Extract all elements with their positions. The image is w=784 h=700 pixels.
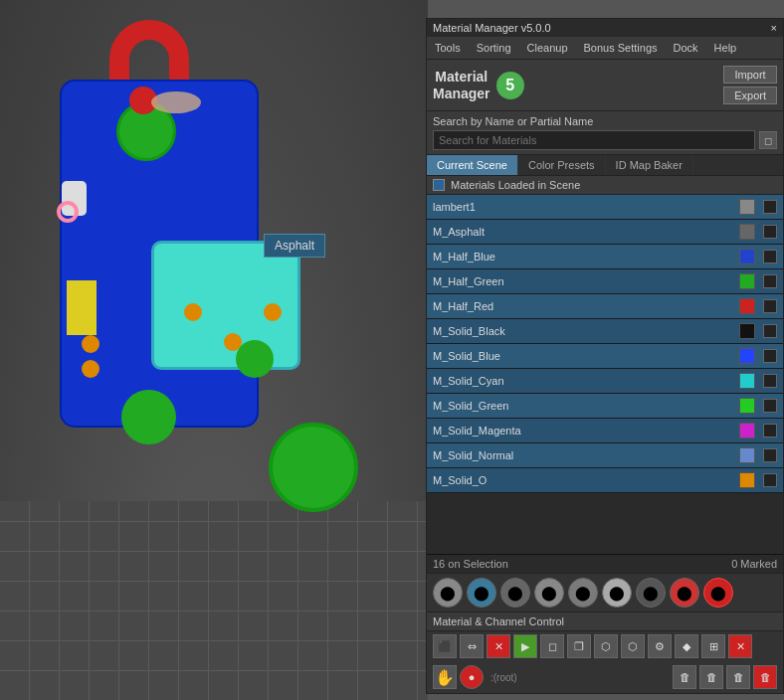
scene-label-text: Materials Loaded in Scene bbox=[451, 179, 580, 191]
selection-count: 16 on Selection bbox=[433, 558, 508, 570]
material-row[interactable]: M_Solid_Black bbox=[427, 319, 783, 344]
tool-sphere-6[interactable]: ⬤ bbox=[602, 578, 632, 608]
viewport: Asphalt bbox=[0, 0, 428, 700]
root-text: :(root) bbox=[490, 672, 517, 683]
tool-row-3: ✋ ● :(root) 🗑 🗑 🗑 🗑 bbox=[427, 661, 783, 693]
tool-cylinder[interactable]: ⬡ bbox=[594, 634, 618, 658]
tool-close-red[interactable]: ✕ bbox=[728, 634, 752, 658]
material-name: M_Solid_Cyan bbox=[433, 375, 739, 387]
material-row[interactable]: M_Half_Green bbox=[427, 269, 783, 294]
tab-color-presets[interactable]: Color Presets bbox=[518, 155, 606, 175]
material-swatch bbox=[739, 447, 755, 463]
material-swatch bbox=[739, 249, 755, 264]
tool-hand[interactable]: ✋ bbox=[433, 665, 457, 689]
material-checkbox[interactable] bbox=[763, 250, 777, 263]
material-checkbox[interactable] bbox=[763, 299, 777, 313]
materials-list[interactable]: lambert1M_AsphaltM_Half_BlueM_Half_Green… bbox=[427, 195, 783, 554]
material-row[interactable]: M_Half_Red bbox=[427, 294, 783, 319]
tool-sphere-red[interactable]: ⬤ bbox=[703, 578, 733, 608]
material-swatch bbox=[739, 323, 755, 339]
device-screen bbox=[151, 241, 300, 370]
tool-sphere-3[interactable]: ⬤ bbox=[500, 578, 530, 608]
material-checkbox[interactable] bbox=[763, 473, 777, 487]
material-checkbox[interactable] bbox=[763, 349, 777, 363]
material-row[interactable]: M_Solid_Normal bbox=[427, 443, 783, 468]
tool-cube[interactable]: ⬛ bbox=[433, 634, 457, 658]
tool-sphere-5[interactable]: ⬤ bbox=[568, 578, 598, 608]
tool-links[interactable]: ⇔ bbox=[460, 634, 484, 658]
small-orange-1 bbox=[82, 335, 99, 353]
tool-gear[interactable]: ⚙ bbox=[648, 634, 672, 658]
menu-dock[interactable]: Dock bbox=[672, 41, 700, 55]
tool-grid[interactable]: ⊞ bbox=[701, 634, 725, 658]
floor-grid bbox=[0, 501, 428, 700]
tool-sphere-2[interactable]: ⬤ bbox=[467, 578, 496, 608]
orange-dot-3 bbox=[264, 303, 282, 321]
tab-id-map-baker[interactable]: ID Map Baker bbox=[606, 155, 693, 175]
asphalt-popup: Asphalt bbox=[264, 234, 325, 258]
material-row[interactable]: M_Solid_Green bbox=[427, 394, 783, 419]
logo-area: Material Manager 5 bbox=[433, 69, 524, 102]
material-name: M_Solid_Green bbox=[433, 400, 739, 412]
menu-sorting[interactable]: Sorting bbox=[475, 41, 513, 55]
tool-row-1: ⬤ ⬤ ⬤ ⬤ ⬤ ⬤ ⬤ ⬤ ⬤ bbox=[427, 573, 783, 612]
green-circle-large bbox=[269, 423, 358, 512]
menu-bonus-settings[interactable]: Bonus Settings bbox=[582, 41, 660, 55]
tool-record[interactable]: ● bbox=[460, 665, 484, 689]
channel-control-label: Material & Channel Control bbox=[427, 612, 783, 631]
menu-help[interactable]: Help bbox=[712, 41, 739, 55]
tool-trash-1[interactable]: 🗑 bbox=[673, 665, 696, 689]
scene-checkbox[interactable] bbox=[433, 179, 445, 191]
material-swatch bbox=[739, 199, 755, 215]
material-row[interactable]: M_Solid_Magenta bbox=[427, 419, 783, 443]
material-checkbox[interactable] bbox=[763, 225, 777, 239]
material-row[interactable]: lambert1 bbox=[427, 195, 783, 220]
material-name: M_Half_Blue bbox=[433, 251, 739, 262]
menu-tools[interactable]: Tools bbox=[433, 41, 463, 55]
material-checkbox[interactable] bbox=[763, 374, 777, 388]
tool-cylinder-2[interactable]: ⬡ bbox=[621, 634, 645, 658]
tool-sphere-4[interactable]: ⬤ bbox=[534, 578, 564, 608]
material-swatch bbox=[739, 348, 755, 364]
tool-sphere-7[interactable]: ⬤ bbox=[636, 578, 666, 608]
close-button[interactable]: × bbox=[771, 22, 777, 34]
tool-cube-3[interactable]: ❐ bbox=[567, 634, 591, 658]
tool-red-x[interactable]: ✕ bbox=[487, 634, 510, 658]
menu-cleanup[interactable]: Cleanup bbox=[525, 41, 570, 55]
material-checkbox[interactable] bbox=[763, 448, 777, 462]
material-checkbox[interactable] bbox=[763, 424, 777, 438]
tool-trash-2[interactable]: 🗑 bbox=[699, 665, 723, 689]
tool-trash-3[interactable]: 🗑 bbox=[726, 665, 750, 689]
material-name: M_Solid_Magenta bbox=[433, 425, 739, 437]
material-checkbox[interactable] bbox=[763, 200, 777, 214]
import-button[interactable]: Import bbox=[723, 66, 777, 84]
search-row: ◻ bbox=[433, 130, 777, 150]
material-row[interactable]: M_Solid_Cyan bbox=[427, 369, 783, 394]
material-swatch bbox=[739, 398, 755, 414]
tool-sphere-1[interactable]: ⬤ bbox=[433, 578, 463, 608]
tab-current-scene[interactable]: Current Scene bbox=[427, 155, 518, 175]
material-name: M_Asphalt bbox=[433, 226, 739, 238]
tool-diamond[interactable]: ◆ bbox=[675, 634, 698, 658]
material-checkbox[interactable] bbox=[763, 274, 777, 288]
material-checkbox[interactable] bbox=[763, 324, 777, 338]
tool-cube-2[interactable]: ◻ bbox=[540, 634, 564, 658]
material-checkbox[interactable] bbox=[763, 399, 777, 413]
material-swatch bbox=[739, 472, 755, 488]
tool-green-arrow[interactable]: ▶ bbox=[513, 634, 537, 658]
orange-dot-1 bbox=[184, 303, 202, 321]
tool-trash-red[interactable]: 🗑 bbox=[753, 665, 777, 689]
search-input[interactable] bbox=[433, 130, 755, 150]
material-row[interactable]: M_Asphalt bbox=[427, 220, 783, 245]
search-label: Search by Name or Partial Name bbox=[433, 115, 777, 127]
search-collapse-icon[interactable]: ◻ bbox=[759, 131, 777, 149]
window-title: Material Manager v5.0.0 bbox=[433, 22, 551, 34]
export-button[interactable]: Export bbox=[723, 87, 777, 104]
tool-sphere-8[interactable]: ⬤ bbox=[670, 578, 699, 608]
material-name: M_Solid_Normal bbox=[433, 449, 739, 461]
material-row[interactable]: M_Half_Blue bbox=[427, 245, 783, 269]
logo-line2: Manager bbox=[433, 86, 490, 102]
material-row[interactable]: M_Solid_O bbox=[427, 468, 783, 493]
tan-oval bbox=[151, 91, 201, 113]
material-row[interactable]: M_Solid_Blue bbox=[427, 344, 783, 369]
